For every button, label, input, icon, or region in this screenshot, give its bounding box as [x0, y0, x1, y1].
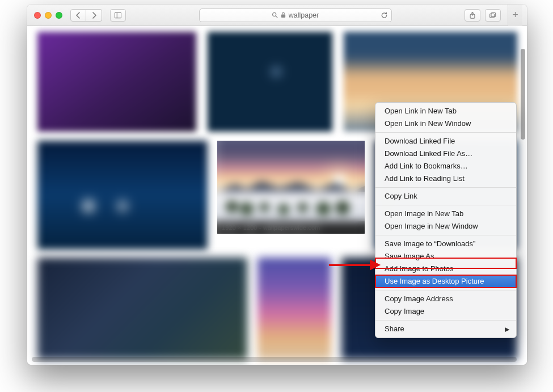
image-result-selected[interactable]: 1920 × 1200 - wallpaperswide.com	[217, 141, 365, 234]
context-menu-item[interactable]: Open Image in New Tab	[375, 208, 516, 220]
menu-separator	[375, 320, 516, 321]
traffic-lights	[34, 12, 62, 19]
context-menu[interactable]: Open Link in New TabOpen Link in New Win…	[375, 102, 517, 338]
new-tab-button[interactable]: +	[508, 5, 522, 26]
horizontal-scrollbar[interactable]	[32, 357, 517, 362]
toolbar-right	[465, 9, 501, 22]
context-menu-item[interactable]: Download Linked File As…	[375, 147, 516, 160]
context-menu-item[interactable]: Add Image to Photos	[375, 263, 516, 275]
minimize-window-button[interactable]	[45, 12, 52, 19]
thumbnail-art	[331, 172, 348, 189]
safari-window: wallpaper	[27, 5, 527, 365]
thumbnail-art	[217, 192, 365, 234]
menu-separator	[375, 187, 516, 188]
image-result[interactable]	[257, 258, 331, 360]
image-caption: 1920 × 1200 - wallpaperswide.com	[217, 221, 365, 234]
svg-rect-8	[491, 12, 496, 16]
context-menu-item[interactable]: Copy Image	[375, 305, 516, 318]
window-titlebar: wallpaper	[27, 5, 527, 26]
forward-button[interactable]	[86, 9, 102, 22]
context-menu-item[interactable]: Use Image as Desktop Picture	[375, 275, 516, 288]
chevron-right-icon: ▶	[505, 324, 509, 334]
svg-rect-4	[281, 15, 285, 18]
vertical-scrollbar[interactable]	[520, 27, 526, 360]
address-bar-container: wallpaper	[130, 9, 460, 22]
svg-rect-7	[490, 14, 495, 18]
image-result[interactable]	[37, 32, 196, 132]
reload-icon[interactable]	[381, 11, 388, 19]
scrollbar-thumb[interactable]	[32, 357, 517, 362]
share-icon	[469, 12, 476, 19]
context-menu-item[interactable]: Share▶	[375, 323, 516, 335]
nav-back-forward	[70, 9, 102, 22]
context-menu-item[interactable]: Save Image As…	[375, 250, 516, 263]
thumbnail-art	[217, 187, 365, 215]
tabs-button[interactable]	[485, 9, 501, 22]
chevron-right-icon	[91, 12, 98, 19]
context-menu-item[interactable]: Open Link in New Window	[375, 117, 516, 130]
menu-separator	[375, 205, 516, 205]
tabs-icon	[489, 12, 496, 19]
context-menu-item[interactable]: Download Linked File	[375, 135, 516, 147]
context-menu-item[interactable]: Open Image in New Window	[375, 220, 516, 233]
context-menu-item[interactable]: Open Link in New Tab	[375, 105, 516, 117]
image-result[interactable]	[37, 258, 247, 360]
menu-separator	[375, 290, 516, 290]
context-menu-item[interactable]: Add Link to Reading List	[375, 172, 516, 185]
share-button[interactable]	[465, 9, 480, 22]
context-menu-item[interactable]: Copy Link	[375, 190, 516, 203]
sidebar-icon	[115, 12, 121, 19]
close-window-button[interactable]	[34, 12, 41, 19]
back-button[interactable]	[70, 9, 86, 22]
sidebar-toggle-button[interactable]	[110, 9, 126, 22]
address-bar[interactable]: wallpaper	[199, 9, 392, 22]
fullscreen-window-button[interactable]	[56, 12, 62, 19]
plus-icon: +	[512, 9, 518, 21]
svg-rect-0	[115, 12, 121, 18]
context-menu-item[interactable]: Add Link to Bookmarks…	[375, 160, 516, 172]
svg-line-3	[276, 16, 277, 18]
context-menu-item[interactable]: Save Image to “Downloads”	[375, 238, 516, 250]
context-menu-item[interactable]: Copy Image Address	[375, 293, 516, 305]
thumbnail-art	[217, 180, 365, 200]
scrollbar-thumb[interactable]	[521, 49, 525, 140]
menu-separator	[375, 235, 516, 235]
lock-icon	[281, 12, 286, 18]
address-text: wallpaper	[289, 11, 319, 19]
image-result[interactable]	[37, 141, 208, 250]
menu-separator	[375, 132, 516, 133]
image-result[interactable]	[208, 32, 332, 132]
thumbnail-art	[217, 141, 365, 234]
chevron-left-icon	[75, 12, 82, 19]
search-icon	[272, 12, 278, 18]
